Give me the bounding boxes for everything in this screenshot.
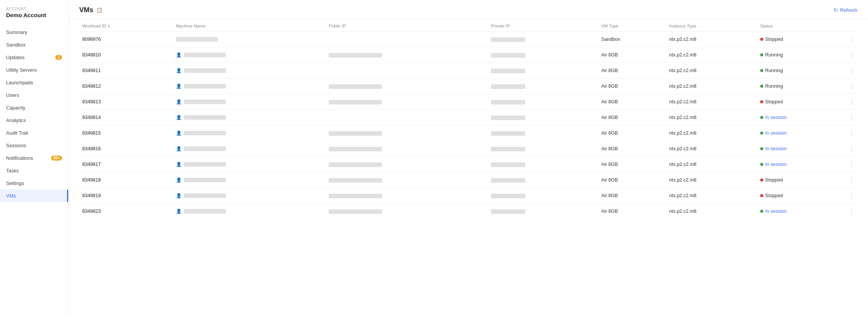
status-cell: In session — [757, 125, 846, 141]
sidebar-item-audit-trail[interactable]: Audit Trail — [0, 127, 68, 139]
col-header-status: Status — [757, 19, 846, 32]
row-menu-button[interactable]: ⋮ — [846, 141, 857, 157]
table-row: 8349816👤Air 8GBntx.p2.c2.m8In session⋮ — [79, 141, 857, 157]
workload-id-cell: 8349818 — [79, 172, 173, 188]
public-ip-cell — [326, 47, 488, 63]
table-row: 8349819👤Air 8GBntx.p2.c2.m8Stopped⋮ — [79, 188, 857, 204]
status-cell: Stopped — [757, 188, 846, 204]
private-ip-blurred — [491, 37, 525, 42]
table-header: Workload ID⇅Machine NamePublic IPPrivate… — [79, 19, 857, 32]
private-ip-cell — [488, 79, 598, 94]
col-header-instance_type: Instance Type — [666, 19, 757, 32]
vm-type-cell: Air 8GB — [598, 79, 666, 94]
sidebar-item-left-audit-trail: Audit Trail — [6, 130, 28, 136]
sidebar-item-left-notifications: Notifications — [6, 155, 33, 161]
status-dot — [760, 38, 763, 41]
sidebar-item-left-sandbox: Sandbox — [6, 42, 26, 48]
instance-type-cell: ntx.p2.c2.m8 — [666, 204, 757, 219]
sidebar-item-capacity[interactable]: Capacity — [0, 101, 68, 114]
row-menu-button[interactable]: ⋮ — [846, 157, 857, 172]
public-ip-cell — [326, 204, 488, 219]
public-ip-cell — [326, 79, 488, 94]
instance-type-cell: ntx.p2.c2.m8 — [666, 47, 757, 63]
table-row: 8349810👤Air 8GBntx.p2.c2.m8Running⋮ — [79, 47, 857, 63]
machine-name-blurred — [184, 162, 226, 167]
row-menu-button[interactable]: ⋮ — [846, 63, 857, 79]
vm-type-cell: Sandbox — [598, 32, 666, 47]
private-ip-blurred — [491, 178, 525, 183]
col-header-workload_id[interactable]: Workload ID⇅ — [79, 19, 173, 32]
row-menu-button[interactable]: ⋮ — [846, 172, 857, 188]
sort-icon: ⇅ — [107, 24, 110, 28]
copy-icon[interactable]: 📋 — [96, 7, 102, 13]
status-text: Running — [765, 84, 783, 89]
instance-type-cell: ntx.p2.c2.m8 — [666, 94, 757, 110]
private-ip-blurred — [491, 131, 525, 136]
machine-name-blurred — [184, 193, 226, 198]
row-menu-button[interactable]: ⋮ — [846, 47, 857, 63]
row-menu-button[interactable]: ⋮ — [846, 204, 857, 219]
sidebar-item-left-updates: Updates — [6, 55, 24, 60]
row-menu-button[interactable]: ⋮ — [846, 79, 857, 94]
public-ip-blurred — [329, 194, 382, 198]
workload-id-cell: 8349812 — [79, 79, 173, 94]
public-ip-blurred — [329, 84, 382, 89]
sidebar-item-utility-servers[interactable]: Utility Servers — [0, 64, 68, 76]
status-dot — [760, 85, 763, 88]
sidebar-item-sessions[interactable]: Sessions — [0, 139, 68, 152]
sidebar-item-users[interactable]: Users — [0, 89, 68, 101]
row-menu-button[interactable]: ⋮ — [846, 94, 857, 110]
refresh-button[interactable]: ↻ Refresh — [834, 7, 857, 13]
private-ip-cell — [488, 125, 598, 141]
sidebar-item-tasks[interactable]: Tasks — [0, 164, 68, 177]
sidebar-item-launchpads[interactable]: Launchpads — [0, 76, 68, 89]
status-text: In session — [765, 115, 786, 120]
table-row: 8349811👤Air 8GBntx.p2.c2.m8Running⋮ — [79, 63, 857, 79]
sidebar-item-sandbox[interactable]: Sandbox — [0, 39, 68, 51]
machine-name-cell: 👤 — [173, 94, 326, 110]
vm-type-cell: Air 8GB — [598, 157, 666, 172]
account-section: Account Demo Account — [0, 0, 68, 22]
table-row: 8349812👤Air 8GBntx.p2.c2.m8Running⋮ — [79, 79, 857, 94]
public-ip-cell — [326, 172, 488, 188]
machine-icon: 👤 — [176, 146, 182, 151]
status-dot — [760, 194, 763, 197]
sidebar-item-vms[interactable]: VMs — [0, 190, 68, 202]
machine-icon: 👤 — [176, 209, 182, 214]
sidebar-label-notifications: Notifications — [6, 155, 33, 161]
row-menu-button[interactable]: ⋮ — [846, 32, 857, 47]
row-menu-button[interactable]: ⋮ — [846, 188, 857, 204]
public-ip-blurred — [329, 147, 382, 151]
sidebar-item-summary[interactable]: Summary — [0, 26, 68, 39]
status-text: Running — [765, 52, 783, 58]
sidebar-item-left-users: Users — [6, 92, 19, 98]
private-ip-blurred — [491, 194, 525, 198]
instance-type-cell: ntx.p2.c2.m8 — [666, 125, 757, 141]
status-dot — [760, 132, 763, 135]
row-menu-button[interactable]: ⋮ — [846, 125, 857, 141]
sidebar-label-utility-servers: Utility Servers — [6, 67, 37, 73]
public-ip-cell — [326, 32, 488, 47]
machine-name-blurred — [184, 131, 226, 135]
public-ip-cell — [326, 125, 488, 141]
status-text: In session — [765, 130, 786, 136]
machine-name-cell: 👤 — [173, 188, 326, 204]
table-row: 8349813👤Air 8GBntx.p2.c2.m8Stopped⋮ — [79, 94, 857, 110]
sidebar-item-left-tasks: Tasks — [6, 168, 19, 174]
machine-icon: 👤 — [176, 177, 182, 183]
machine-name-blurred — [184, 146, 226, 151]
machine-icon: 👤 — [176, 52, 182, 58]
private-ip-cell — [488, 204, 598, 219]
private-ip-blurred — [491, 162, 525, 167]
private-ip-cell — [488, 47, 598, 63]
row-menu-button[interactable]: ⋮ — [846, 110, 857, 125]
private-ip-blurred — [491, 116, 525, 120]
sidebar-item-settings[interactable]: Settings — [0, 177, 68, 190]
sidebar-item-updates[interactable]: Updates1 — [0, 51, 68, 64]
sidebar-item-notifications[interactable]: Notifications99+ — [0, 152, 68, 164]
table-row: 8349817👤Air 8GBntx.p2.c2.m8In session⋮ — [79, 157, 857, 172]
machine-name-cell: 👤 — [173, 47, 326, 63]
status-text: Running — [765, 68, 783, 73]
status-text: Stopped — [765, 99, 783, 104]
sidebar-item-analytics[interactable]: Analytics — [0, 114, 68, 127]
